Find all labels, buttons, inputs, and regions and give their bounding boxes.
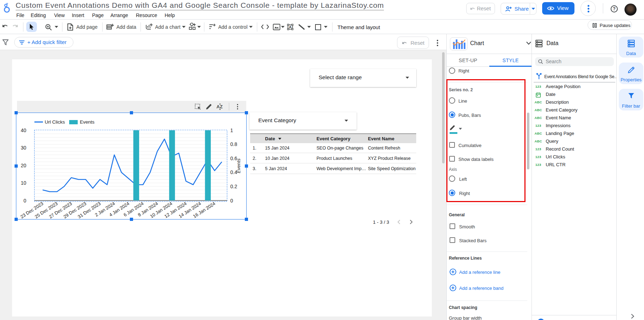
svg-text:0.2: 0.2	[230, 184, 237, 189]
svg-text:Url Clicks: Url Clicks	[45, 119, 65, 125]
svg-text:AZ: AZ	[216, 104, 222, 109]
svg-text:1: 1	[230, 128, 233, 133]
svg-text:20: 20	[21, 163, 26, 168]
svg-text:40: 40	[21, 128, 26, 133]
svg-text:0: 0	[23, 198, 26, 204]
svg-text:0.8: 0.8	[230, 141, 237, 147]
svg-text:10: 10	[21, 180, 26, 186]
svg-text:0: 0	[230, 198, 233, 204]
svg-text:A: A	[289, 25, 292, 29]
svg-text:Events: Events	[236, 158, 241, 173]
svg-text:Events: Events	[80, 119, 95, 125]
svg-text:30: 30	[21, 145, 26, 151]
